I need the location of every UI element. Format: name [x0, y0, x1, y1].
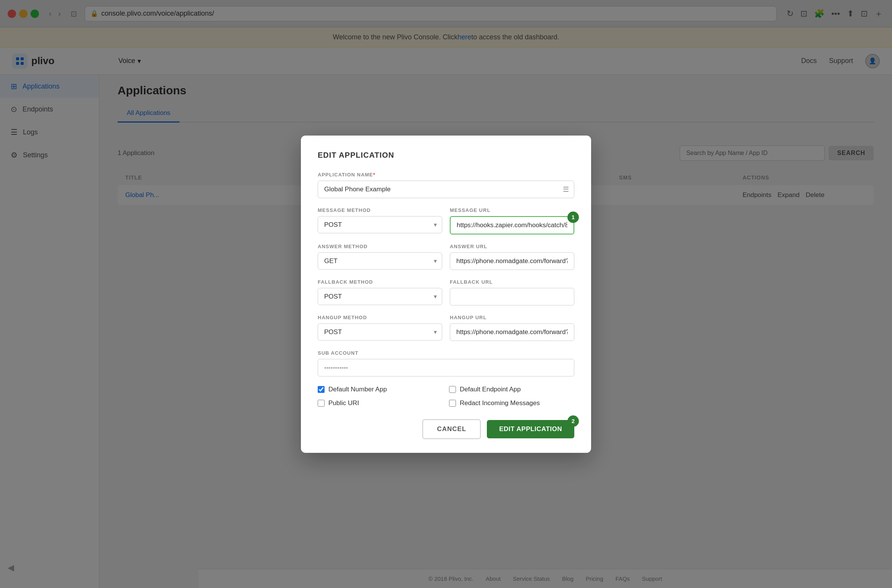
sub-account-group: Sub Account [318, 350, 574, 376]
hangup-row: HANGUP METHOD POST GET HANGUP URL [318, 315, 574, 341]
sub-account-input[interactable] [318, 359, 574, 376]
fallback-method-label: FALLBACK METHOD [318, 279, 442, 285]
app-name-input[interactable] [318, 181, 574, 198]
fallback-method-select-wrapper: POST GET [318, 288, 442, 305]
default-endpoint-app-label[interactable]: Default Endpoint App [460, 386, 521, 393]
message-url-label: MESSAGE URL [450, 207, 574, 213]
modal-title: EDIT APPLICATION [318, 151, 574, 160]
hangup-method-group: HANGUP METHOD POST GET [318, 315, 442, 341]
public-uri-checkbox-item: Public URI [318, 399, 443, 407]
redact-messages-checkbox[interactable] [449, 400, 456, 407]
default-number-app-checkbox[interactable] [318, 386, 325, 393]
default-number-app-checkbox-item: Default Number App [318, 386, 443, 393]
app-name-icon: ☰ [563, 185, 569, 194]
app-name-group: APPLICATION NAME* ☰ [318, 172, 574, 198]
app-name-input-wrapper: ☰ [318, 181, 574, 198]
public-uri-label[interactable]: Public URI [328, 399, 359, 407]
default-endpoint-app-checkbox-item: Default Endpoint App [449, 386, 574, 393]
answer-row: ANSWER METHOD GET POST ANSWER URL [318, 244, 574, 270]
answer-method-select[interactable]: GET POST [318, 252, 442, 270]
message-method-select[interactable]: POST GET [318, 216, 442, 233]
message-url-input-wrapper: 1 [450, 216, 574, 234]
fallback-method-select[interactable]: POST GET [318, 288, 442, 305]
hangup-method-label: HANGUP METHOD [318, 315, 442, 320]
app-layout: plivo Voice ▾ Docs Support 👤 ⊞ Applicati… [0, 47, 892, 588]
fallback-url-group: FALLBACK URL [450, 279, 574, 305]
modal: EDIT APPLICATION APPLICATION NAME* ☰ MES… [301, 136, 591, 453]
answer-method-group: ANSWER METHOD GET POST [318, 244, 442, 270]
fallback-method-group: FALLBACK METHOD POST GET [318, 279, 442, 305]
sub-account-label: Sub Account [318, 350, 574, 356]
message-url-input[interactable] [450, 216, 574, 234]
hangup-method-select-wrapper: POST GET [318, 323, 442, 341]
default-number-app-label[interactable]: Default Number App [328, 386, 387, 393]
fallback-row: FALLBACK METHOD POST GET FALLBACK URL [318, 279, 574, 305]
message-url-group: MESSAGE URL 1 [450, 207, 574, 234]
message-method-select-wrapper: POST GET [318, 216, 442, 233]
answer-url-label: ANSWER URL [450, 244, 574, 249]
hangup-url-group: HANGUP URL [450, 315, 574, 341]
hangup-url-input[interactable] [450, 323, 574, 341]
modal-footer: CANCEL EDIT APPLICATION 2 [318, 419, 574, 439]
message-method-group: MESSAGE METHOD POST GET [318, 207, 442, 234]
modal-overlay[interactable]: EDIT APPLICATION APPLICATION NAME* ☰ MES… [0, 0, 892, 588]
hangup-url-label: HANGUP URL [450, 315, 574, 320]
redact-messages-label[interactable]: Redact Incoming Messages [460, 399, 540, 407]
default-endpoint-app-checkbox[interactable] [449, 386, 456, 393]
submit-button-wrapper: EDIT APPLICATION 2 [487, 420, 574, 438]
hangup-method-select[interactable]: POST GET [318, 323, 442, 341]
cancel-button[interactable]: CANCEL [422, 419, 481, 439]
message-url-badge: 1 [567, 212, 579, 223]
answer-url-group: ANSWER URL [450, 244, 574, 270]
public-uri-checkbox[interactable] [318, 400, 325, 407]
message-row: MESSAGE METHOD POST GET MESSAGE URL 1 [318, 207, 574, 234]
checkboxes-row: Default Number App Default Endpoint App … [318, 386, 574, 407]
submit-badge: 2 [567, 415, 579, 427]
message-method-label: MESSAGE METHOD [318, 207, 442, 213]
app-name-label: APPLICATION NAME* [318, 172, 574, 178]
submit-button[interactable]: EDIT APPLICATION [487, 420, 574, 438]
answer-method-select-wrapper: GET POST [318, 252, 442, 270]
fallback-url-label: FALLBACK URL [450, 279, 574, 285]
answer-method-label: ANSWER METHOD [318, 244, 442, 249]
answer-url-input[interactable] [450, 252, 574, 270]
fallback-url-input[interactable] [450, 288, 574, 305]
redact-messages-checkbox-item: Redact Incoming Messages [449, 399, 574, 407]
